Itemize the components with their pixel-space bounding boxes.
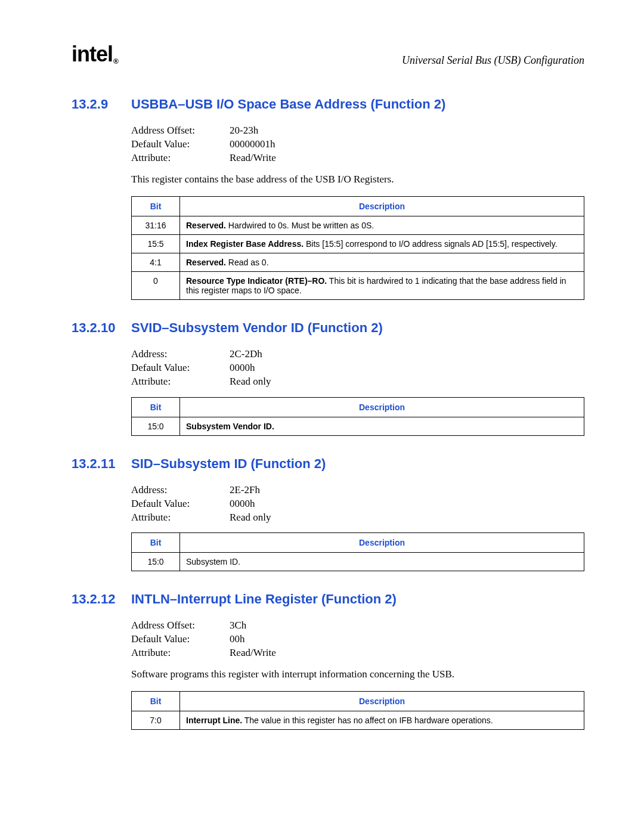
section-number: 13.2.11 [72, 456, 131, 472]
attribute-label: Address Offset: [131, 124, 230, 138]
attribute-label: Attribute: [131, 375, 230, 389]
field-name: Reserved. [186, 221, 226, 230]
attribute-label: Address: [131, 484, 230, 497]
attribute-list: Address:2C-2DhDefault Value:0000hAttribu… [131, 348, 584, 389]
section: 13.2.9USBBA–USB I/O Space Base Address (… [72, 97, 584, 300]
table-header: Bit [132, 533, 180, 553]
bit-description-table: BitDescription15:0Subsystem Vendor ID. [131, 397, 584, 436]
attribute-value: 20-23h [230, 124, 258, 138]
attribute-value: Read/Write [230, 151, 276, 165]
table-row: 4:1Reserved. Read as 0. [132, 253, 584, 271]
attribute-row: Default Value:0000h [131, 361, 584, 375]
attribute-value: 3Ch [230, 619, 246, 633]
attribute-value: 2C-2Dh [230, 348, 262, 361]
attribute-row: Address Offset:3Ch [131, 619, 584, 633]
bit-range-cell: 0 [132, 271, 180, 299]
section-number: 13.2.12 [72, 592, 131, 607]
attribute-label: Address: [131, 348, 230, 361]
attribute-label: Address Offset: [131, 619, 230, 633]
table-header: Description [180, 692, 584, 711]
logo-registered: ® [113, 57, 118, 66]
bit-description-cell: Reserved. Hardwired to 0s. Must be writt… [180, 216, 584, 234]
attribute-label: Default Value: [131, 497, 230, 511]
attribute-row: Attribute:Read only [131, 375, 584, 389]
attribute-list: Address Offset:20-23hDefault Value:00000… [131, 124, 584, 165]
field-desc: Subsystem ID. [186, 557, 240, 566]
table-header: Description [180, 533, 584, 553]
bit-description-table: BitDescription31:16Reserved. Hardwired t… [131, 196, 584, 300]
attribute-row: Default Value:00000001h [131, 138, 584, 151]
bit-description-cell: Reserved. Read as 0. [180, 253, 584, 271]
logo-text: intel [72, 42, 113, 66]
attribute-row: Attribute:Read only [131, 511, 584, 525]
bit-range-cell: 15:5 [132, 234, 180, 253]
table-row: 15:0Subsystem Vendor ID. [132, 417, 584, 435]
bit-range-cell: 15:0 [132, 417, 180, 435]
section-heading: 13.2.10SVID–Subsystem Vendor ID (Functio… [72, 320, 584, 336]
section-heading: 13.2.12INTLN–Interrupt Line Register (Fu… [72, 592, 584, 607]
bit-range-cell: 4:1 [132, 253, 180, 271]
attribute-value: Read/Write [230, 646, 276, 660]
bit-description-table: BitDescription15:0Subsystem ID. [131, 532, 584, 571]
section-description: Software programs this register with int… [131, 668, 584, 680]
table-row: 7:0Interrupt Line. The value in this reg… [132, 711, 584, 730]
section-body: Address:2C-2DhDefault Value:0000hAttribu… [131, 348, 584, 436]
intel-logo: intel® [72, 42, 118, 67]
attribute-label: Attribute: [131, 646, 230, 660]
section: 13.2.12INTLN–Interrupt Line Register (Fu… [72, 592, 584, 730]
table-row: 0Resource Type Indicator (RTE)–RO. This … [132, 271, 584, 299]
bit-description-cell: Subsystem Vendor ID. [180, 417, 584, 435]
section-title: INTLN–Interrupt Line Register (Function … [131, 592, 397, 607]
section-title: SID–Subsystem ID (Function 2) [131, 456, 326, 472]
attribute-label: Attribute: [131, 511, 230, 525]
attribute-row: Attribute:Read/Write [131, 151, 584, 165]
field-desc: Bits [15:5] correspond to I/O address si… [304, 239, 557, 249]
bit-range-cell: 31:16 [132, 216, 180, 234]
attribute-value: 0000h [230, 497, 255, 511]
attribute-row: Address Offset:20-23h [131, 124, 584, 138]
section-body: Address Offset:3ChDefault Value:00hAttri… [131, 619, 584, 730]
attribute-list: Address:2E-2FhDefault Value:0000hAttribu… [131, 484, 584, 525]
chapter-title: Universal Serial Bus (USB) Configuration [402, 54, 584, 67]
field-name: Subsystem Vendor ID. [186, 422, 274, 431]
section-number: 13.2.10 [72, 320, 131, 336]
attribute-value: 0000h [230, 361, 255, 375]
attribute-row: Address:2E-2Fh [131, 484, 584, 497]
section-body: Address Offset:20-23hDefault Value:00000… [131, 124, 584, 300]
attribute-list: Address Offset:3ChDefault Value:00hAttri… [131, 619, 584, 660]
bit-description-cell: Interrupt Line. The value in this regist… [180, 711, 584, 730]
attribute-value: 2E-2Fh [230, 484, 260, 497]
section: 13.2.10SVID–Subsystem Vendor ID (Functio… [72, 320, 584, 436]
section-title: USBBA–USB I/O Space Base Address (Functi… [131, 97, 445, 112]
table-header: Description [180, 196, 584, 216]
attribute-value: 00000001h [230, 138, 275, 151]
field-name: Reserved. [186, 258, 226, 267]
attribute-value: Read only [230, 511, 271, 525]
table-header: Bit [132, 692, 180, 711]
bit-description-table: BitDescription7:0Interrupt Line. The val… [131, 691, 584, 730]
attribute-value: Read only [230, 375, 271, 389]
field-desc: Hardwired to 0s. Must be written as 0S. [226, 221, 374, 230]
attribute-row: Address:2C-2Dh [131, 348, 584, 361]
field-desc: The value in this register has no affect… [242, 716, 493, 725]
field-name: Interrupt Line. [186, 716, 242, 725]
table-header: Bit [132, 397, 180, 417]
table-header: Description [180, 397, 584, 417]
table-row: 31:16Reserved. Hardwired to 0s. Must be … [132, 216, 584, 234]
section-number: 13.2.9 [72, 97, 131, 112]
attribute-row: Attribute:Read/Write [131, 646, 584, 660]
page: intel® Universal Serial Bus (USB) Config… [0, 0, 644, 833]
section-heading: 13.2.11SID–Subsystem ID (Function 2) [72, 456, 584, 472]
table-row: 15:5Index Register Base Address. Bits [1… [132, 234, 584, 253]
attribute-label: Default Value: [131, 361, 230, 375]
bit-range-cell: 7:0 [132, 711, 180, 730]
section: 13.2.11SID–Subsystem ID (Function 2)Addr… [72, 456, 584, 572]
attribute-label: Default Value: [131, 633, 230, 646]
bit-description-cell: Subsystem ID. [180, 553, 584, 571]
section-description: This register contains the base address … [131, 174, 584, 185]
field-name: Resource Type Indicator (RTE)–RO. [186, 276, 327, 286]
bit-range-cell: 15:0 [132, 553, 180, 571]
section-body: Address:2E-2FhDefault Value:0000hAttribu… [131, 484, 584, 572]
attribute-row: Default Value:0000h [131, 497, 584, 511]
bit-description-cell: Index Register Base Address. Bits [15:5]… [180, 234, 584, 253]
